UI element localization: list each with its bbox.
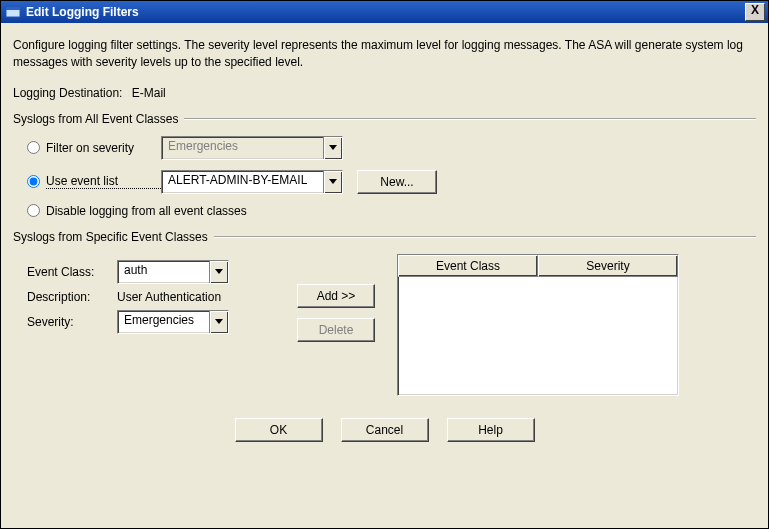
svg-rect-1 <box>6 7 20 10</box>
title-bar: Edit Logging Filters X <box>1 1 768 23</box>
cancel-button[interactable]: Cancel <box>341 418 429 442</box>
event-list-value: ALERT-ADMIN-BY-EMAIL <box>162 171 323 193</box>
group-specific-title: Syslogs from Specific Event Classes <box>13 230 214 244</box>
chevron-down-icon <box>323 137 342 159</box>
disable-logging-label: Disable logging from all event classes <box>46 204 247 218</box>
dialog-content: Configure logging filter settings. The s… <box>1 23 768 528</box>
listbox-header-row: Event Class Severity <box>398 255 678 277</box>
group-all-event-classes: Syslogs from All Event Classes Filter on… <box>13 112 756 218</box>
event-class-label: Event Class: <box>27 265 117 279</box>
use-event-list-label: Use event list <box>46 174 161 189</box>
svg-marker-3 <box>329 179 337 184</box>
specific-middle-column: Add >> Delete <box>297 254 377 396</box>
description-label: Description: <box>27 290 117 304</box>
disable-logging-radio[interactable] <box>27 204 40 217</box>
use-event-list-row: Use event list ALERT-ADMIN-BY-EMAIL New.… <box>27 170 756 194</box>
severity-label: Severity: <box>27 315 117 329</box>
description-text: Configure logging filter settings. The s… <box>13 37 756 72</box>
group-specific-event-classes: Syslogs from Specific Event Classes Even… <box>13 230 756 396</box>
group-all-title: Syslogs from All Event Classes <box>13 112 184 126</box>
chevron-down-icon <box>323 171 342 193</box>
filter-on-severity-radio[interactable] <box>27 141 40 154</box>
listbox-header-severity[interactable]: Severity <box>538 255 678 277</box>
svg-marker-2 <box>329 145 337 150</box>
filter-severity-value: Emergencies <box>162 137 323 159</box>
event-class-value: auth <box>118 261 209 283</box>
chevron-down-icon <box>209 261 228 283</box>
delete-button[interactable]: Delete <box>297 318 375 342</box>
logging-destination-value: E-Mail <box>132 86 166 100</box>
disable-logging-row: Disable logging from all event classes <box>27 204 756 218</box>
close-icon: X <box>751 3 759 17</box>
add-button[interactable]: Add >> <box>297 284 375 308</box>
divider <box>184 118 756 119</box>
chevron-down-icon <box>209 311 228 333</box>
ok-button[interactable]: OK <box>235 418 323 442</box>
svg-marker-4 <box>215 269 223 274</box>
dialog-button-row: OK Cancel Help <box>13 408 756 446</box>
logging-destination-row: Logging Destination: E-Mail <box>13 86 756 100</box>
specific-right-column: Event Class Severity <box>397 254 756 396</box>
severity-combo[interactable]: Emergencies <box>117 310 229 334</box>
filter-on-severity-label: Filter on severity <box>46 141 161 155</box>
help-button[interactable]: Help <box>447 418 535 442</box>
logging-destination-label: Logging Destination: <box>13 86 122 100</box>
listbox-header-event-class[interactable]: Event Class <box>398 255 538 277</box>
filter-severity-combo[interactable]: Emergencies <box>161 136 343 160</box>
event-class-combo[interactable]: auth <box>117 260 229 284</box>
event-class-listbox[interactable]: Event Class Severity <box>397 254 679 396</box>
severity-value: Emergencies <box>118 311 209 333</box>
window-title: Edit Logging Filters <box>26 5 745 19</box>
event-list-combo[interactable]: ALERT-ADMIN-BY-EMAIL <box>161 170 343 194</box>
use-event-list-radio[interactable] <box>27 175 40 188</box>
close-button[interactable]: X <box>745 3 765 21</box>
description-value: User Authentication <box>117 290 221 304</box>
svg-marker-5 <box>215 319 223 324</box>
new-event-list-button[interactable]: New... <box>357 170 437 194</box>
specific-left-column: Event Class: auth Description: User Auth… <box>27 254 277 396</box>
app-icon <box>5 4 21 20</box>
divider <box>214 236 756 237</box>
filter-on-severity-row: Filter on severity Emergencies <box>27 136 756 160</box>
